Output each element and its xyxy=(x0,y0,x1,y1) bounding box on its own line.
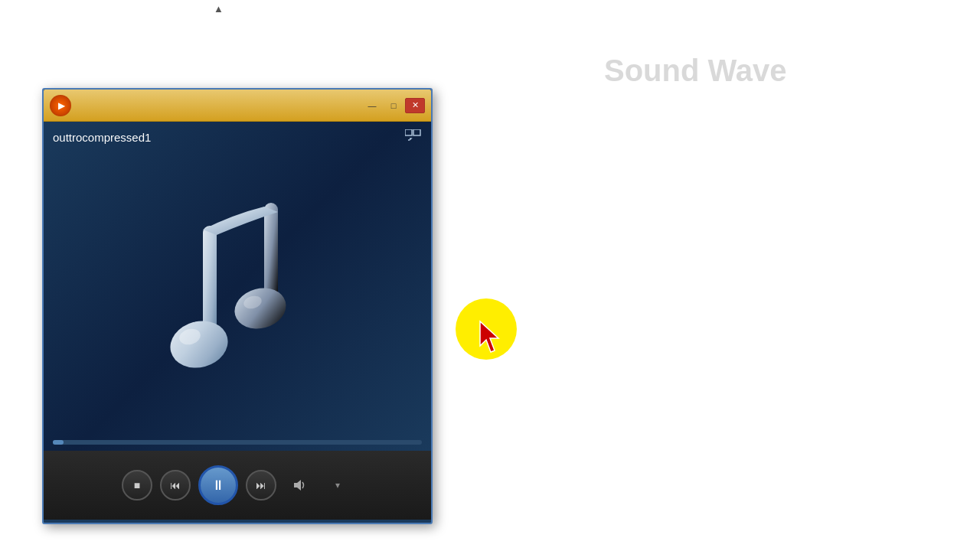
progress-bar-fill xyxy=(53,440,64,445)
svg-point-11 xyxy=(230,282,290,334)
wmp-expand-icon[interactable] xyxy=(405,129,422,146)
wmp-minimize-button[interactable]: — xyxy=(362,98,382,113)
wmp-logo xyxy=(50,95,71,116)
sort-arrow-indicator: ▲ xyxy=(211,0,227,18)
volume-button[interactable] xyxy=(284,470,315,500)
wmp-content-area: outtrocompressed1 xyxy=(44,122,431,451)
wmp-filename: outtrocompressed1 xyxy=(53,131,151,144)
music-note-visual xyxy=(53,148,422,442)
svg-point-9 xyxy=(165,315,234,374)
wmp-progress-bar-area[interactable] xyxy=(53,440,422,445)
progress-bar-background xyxy=(53,440,422,445)
wmp-titlebar: — □ ✕ xyxy=(44,90,431,122)
stop-button[interactable]: ■ xyxy=(122,470,152,500)
wmp-close-button[interactable]: ✕ xyxy=(405,98,425,113)
svg-rect-7 xyxy=(413,129,420,135)
svg-rect-6 xyxy=(405,129,412,135)
wmp-window: — □ ✕ outtrocompressed1 xyxy=(42,88,433,524)
previous-button[interactable]: ⏮ xyxy=(160,470,191,500)
wmp-maximize-button[interactable]: □ xyxy=(384,98,403,113)
svg-rect-10 xyxy=(264,203,278,302)
next-button[interactable]: ⏭ xyxy=(246,470,276,500)
wmp-controls: ■ ⏮ ⏸ ⏭ ▾ xyxy=(44,451,431,520)
pause-button[interactable]: ⏸ xyxy=(198,465,238,505)
dropdown-button[interactable]: ▾ xyxy=(322,470,353,500)
